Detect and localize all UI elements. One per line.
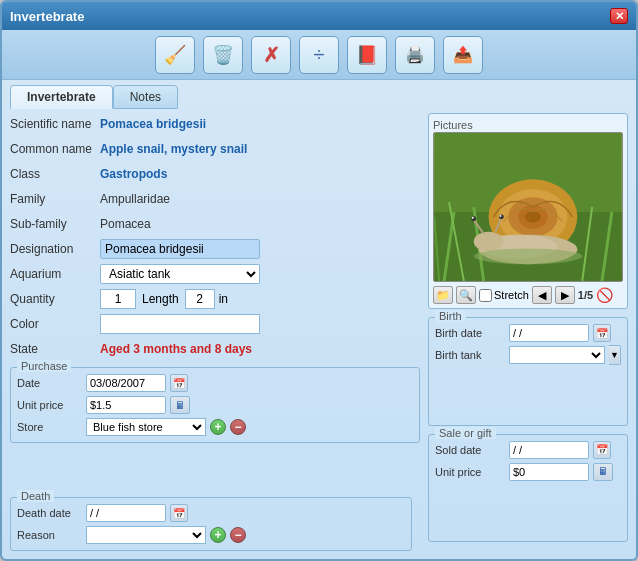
calendar-icon-sold: 📅 (596, 444, 608, 455)
sold-date-input[interactable] (509, 441, 589, 459)
photo-next-button[interactable]: ▶ (555, 286, 575, 304)
purchase-group-label: Purchase (17, 360, 71, 372)
purchase-group: Purchase Date 📅 Unit price (10, 367, 420, 443)
svg-point-22 (474, 248, 583, 264)
photo-prev-button[interactable]: ◀ (532, 286, 552, 304)
purchase-calculator-button[interactable]: 🖩 (170, 396, 190, 414)
birth-tank-arrow[interactable]: ▼ (609, 345, 621, 365)
common-name-value: Apple snail, mystery snail (100, 142, 247, 156)
birth-tank-row: Birth tank ▼ (435, 344, 621, 366)
state-value: Aged 3 months and 8 days (100, 342, 252, 356)
birth-group-label: Birth (435, 310, 466, 322)
quantity-label: Quantity (10, 292, 100, 306)
photo-remove-button[interactable]: 🚫 (596, 287, 613, 303)
bottom-panels: Purchase Date 📅 Unit price (10, 367, 420, 443)
death-date-row: Death date 📅 (17, 502, 405, 524)
cancel-button[interactable]: ✗ (251, 36, 291, 74)
content-area: Invertebrate Notes Scientific name Pomac… (2, 80, 636, 559)
scientific-name-value: Pomacea bridgesii (100, 117, 206, 131)
svg-point-21 (499, 215, 501, 217)
purchase-store-select[interactable]: Blue fish store (86, 418, 206, 436)
book-button[interactable]: 📕 (347, 36, 387, 74)
family-label: Family (10, 192, 100, 206)
photo-zoom-button[interactable]: 🔍 (456, 286, 476, 304)
sale-calculator-button[interactable]: 🖩 (593, 463, 613, 481)
svg-point-18 (471, 216, 476, 221)
birth-date-row: Birth date 📅 (435, 322, 621, 344)
birth-date-input[interactable] (509, 324, 589, 342)
eraser-button[interactable]: 🧹 (155, 36, 195, 74)
purchase-date-row: Date 📅 (17, 372, 413, 394)
stretch-checkbox[interactable] (479, 289, 492, 302)
photo-folder-button[interactable]: 📁 (433, 286, 453, 304)
title-bar: Invertebrate ✕ (2, 2, 636, 30)
death-reason-row: Reason + − (17, 524, 405, 546)
state-label: State (10, 342, 100, 356)
pictures-label: Pictures (433, 119, 473, 131)
class-value: Gastropods (100, 167, 167, 181)
designation-label: Designation (10, 242, 100, 256)
export-button[interactable]: 📤 (443, 36, 483, 74)
scientific-name-label: Scientific name (10, 117, 100, 131)
svg-point-20 (472, 217, 474, 219)
purchase-date-label: Date (17, 377, 82, 389)
trash-icon: 🗑️ (212, 44, 234, 66)
designation-input[interactable] (100, 239, 260, 259)
sale-price-input[interactable] (509, 463, 589, 481)
death-reason-select[interactable] (86, 526, 206, 544)
divide-button[interactable]: ÷ (299, 36, 339, 74)
purchase-store-row: Store Blue fish store + − (17, 416, 413, 438)
quantity-input[interactable] (100, 289, 136, 309)
death-group-label: Death (17, 490, 54, 502)
birth-tank-label: Birth tank (435, 349, 505, 361)
death-reason-add-button[interactable]: + (210, 527, 226, 543)
zoom-icon: 🔍 (459, 289, 473, 302)
death-reason-label: Reason (17, 529, 82, 541)
birth-tank-select[interactable] (509, 346, 605, 364)
svg-point-12 (525, 211, 541, 223)
divide-icon: ÷ (314, 43, 325, 66)
color-input[interactable] (100, 314, 260, 334)
birth-group: Birth Birth date 📅 Birth tank ▼ (428, 317, 628, 426)
calendar-icon: 📅 (173, 378, 185, 389)
calculator-icon-sale: 🖩 (598, 466, 608, 477)
store-add-button[interactable]: + (210, 419, 226, 435)
tab-invertebrate[interactable]: Invertebrate (10, 85, 113, 109)
death-date-input[interactable] (86, 504, 166, 522)
pictures-box: Pictures (428, 113, 628, 309)
length-input[interactable] (185, 289, 215, 309)
subfamily-label: Sub-family (10, 217, 100, 231)
death-reason-delete-button[interactable]: − (230, 527, 246, 543)
store-delete-button[interactable]: − (230, 419, 246, 435)
purchase-date-calendar-button[interactable]: 📅 (170, 374, 188, 392)
tab-notes[interactable]: Notes (113, 85, 178, 109)
print-button[interactable]: 🖨️ (395, 36, 435, 74)
window-close-button[interactable]: ✕ (610, 8, 628, 24)
tab-bar: Invertebrate Notes (10, 85, 628, 109)
common-name-row: Common name Apple snail, mystery snail (10, 138, 420, 160)
class-row: Class Gastropods (10, 163, 420, 185)
birth-date-label: Birth date (435, 327, 505, 339)
aquarium-select[interactable]: Asiatic tank (100, 264, 260, 284)
left-panel: Scientific name Pomacea bridgesii Common… (10, 113, 420, 542)
death-date-calendar-button[interactable]: 📅 (170, 504, 188, 522)
trash-button[interactable]: 🗑️ (203, 36, 243, 74)
purchase-date-input[interactable] (86, 374, 166, 392)
aquarium-select-container: Asiatic tank (100, 264, 260, 284)
purchase-price-label: Unit price (17, 399, 82, 411)
purchase-price-input[interactable] (86, 396, 166, 414)
aquarium-label: Aquarium (10, 267, 100, 281)
calendar-icon-death: 📅 (173, 508, 185, 519)
sale-group: Sale or gift Sold date 📅 Unit price 🖩 (428, 434, 628, 543)
subfamily-row: Sub-family Pomacea (10, 213, 420, 235)
x-icon: ✗ (263, 43, 280, 67)
sold-date-row: Sold date 📅 (435, 439, 621, 461)
snail-image (434, 133, 622, 281)
photo-controls: 📁 🔍 Stretch ◀ ▶ 1/5 🚫 (433, 286, 623, 304)
family-value: Ampullaridae (100, 192, 170, 206)
svg-point-15 (474, 232, 504, 252)
stretch-container: Stretch (479, 289, 529, 302)
birth-date-calendar-button[interactable]: 📅 (593, 324, 611, 342)
sold-date-calendar-button[interactable]: 📅 (593, 441, 611, 459)
quantity-row: Quantity Length in (10, 288, 420, 310)
